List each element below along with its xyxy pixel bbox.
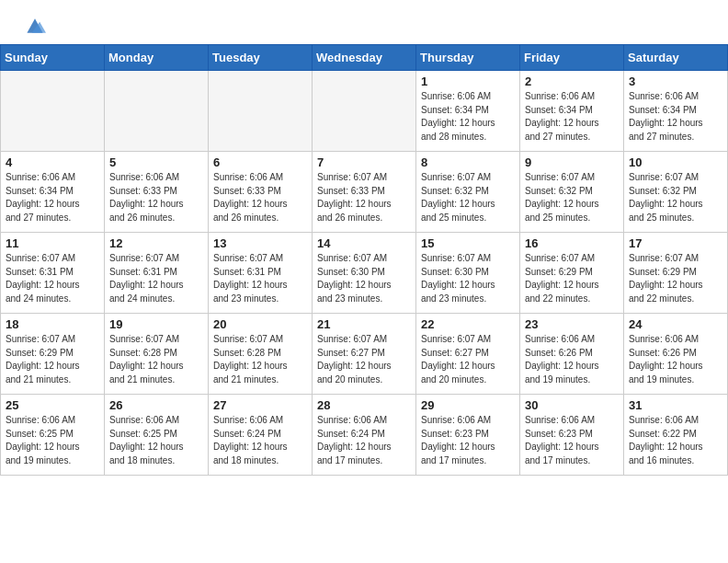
day-number: 14 xyxy=(317,236,411,250)
day-number: 15 xyxy=(421,236,515,250)
day-info: Sunrise: 6:06 AM Sunset: 6:33 PM Dayligh… xyxy=(213,171,307,224)
day-info: Sunrise: 6:06 AM Sunset: 6:34 PM Dayligh… xyxy=(629,90,722,144)
day-number: 26 xyxy=(109,398,203,412)
calendar-cell xyxy=(1,71,105,152)
day-number: 5 xyxy=(109,155,203,169)
calendar-week-2: 11Sunrise: 6:07 AM Sunset: 6:31 PM Dayli… xyxy=(1,233,728,314)
calendar-cell: 11Sunrise: 6:07 AM Sunset: 6:31 PM Dayli… xyxy=(1,233,105,314)
day-info: Sunrise: 6:06 AM Sunset: 6:34 PM Dayligh… xyxy=(525,90,619,144)
calendar-week-3: 18Sunrise: 6:07 AM Sunset: 6:29 PM Dayli… xyxy=(1,314,728,395)
day-number: 6 xyxy=(213,155,307,169)
page-header xyxy=(0,0,728,44)
day-info: Sunrise: 6:07 AM Sunset: 6:28 PM Dayligh… xyxy=(109,333,203,386)
weekday-header-wednesday: Wednesday xyxy=(313,45,416,71)
weekday-header-saturday: Saturday xyxy=(624,45,728,71)
day-number: 22 xyxy=(421,317,515,331)
calendar-cell: 25Sunrise: 6:06 AM Sunset: 6:25 PM Dayli… xyxy=(1,395,105,476)
day-number: 10 xyxy=(629,155,722,169)
calendar-cell: 4Sunrise: 6:06 AM Sunset: 6:34 PM Daylig… xyxy=(1,152,105,233)
weekday-header-tuesday: Tuesday xyxy=(209,45,313,71)
weekday-header-thursday: Thursday xyxy=(416,45,520,71)
day-number: 28 xyxy=(317,398,411,412)
day-info: Sunrise: 6:06 AM Sunset: 6:25 PM Dayligh… xyxy=(109,414,203,467)
calendar-cell: 6Sunrise: 6:06 AM Sunset: 6:33 PM Daylig… xyxy=(209,152,313,233)
day-number: 25 xyxy=(6,398,99,412)
calendar-cell: 1Sunrise: 6:06 AM Sunset: 6:34 PM Daylig… xyxy=(416,71,520,152)
day-info: Sunrise: 6:07 AM Sunset: 6:28 PM Dayligh… xyxy=(213,333,307,386)
day-number: 11 xyxy=(6,236,99,250)
day-number: 23 xyxy=(525,317,619,331)
calendar-cell: 20Sunrise: 6:07 AM Sunset: 6:28 PM Dayli… xyxy=(209,314,313,395)
calendar-cell: 26Sunrise: 6:06 AM Sunset: 6:25 PM Dayli… xyxy=(105,395,209,476)
day-info: Sunrise: 6:07 AM Sunset: 6:27 PM Dayligh… xyxy=(317,333,411,386)
calendar-cell: 12Sunrise: 6:07 AM Sunset: 6:31 PM Dayli… xyxy=(105,233,209,314)
weekday-header-monday: Monday xyxy=(105,45,209,71)
weekday-header-friday: Friday xyxy=(520,45,624,71)
day-info: Sunrise: 6:07 AM Sunset: 6:30 PM Dayligh… xyxy=(317,252,411,305)
day-info: Sunrise: 6:07 AM Sunset: 6:31 PM Dayligh… xyxy=(213,252,307,305)
calendar-cell: 31Sunrise: 6:06 AM Sunset: 6:22 PM Dayli… xyxy=(624,395,728,476)
day-number: 12 xyxy=(109,236,203,250)
calendar-cell: 15Sunrise: 6:07 AM Sunset: 6:30 PM Dayli… xyxy=(416,233,520,314)
calendar-cell xyxy=(313,71,416,152)
day-number: 7 xyxy=(317,155,411,169)
calendar-header: SundayMondayTuesdayWednesdayThursdayFrid… xyxy=(1,45,728,71)
day-info: Sunrise: 6:07 AM Sunset: 6:31 PM Dayligh… xyxy=(109,252,203,305)
logo-icon xyxy=(24,17,46,35)
calendar-cell: 18Sunrise: 6:07 AM Sunset: 6:29 PM Dayli… xyxy=(1,314,105,395)
day-number: 18 xyxy=(6,317,99,331)
calendar-cell: 7Sunrise: 6:07 AM Sunset: 6:33 PM Daylig… xyxy=(313,152,416,233)
calendar-cell: 24Sunrise: 6:06 AM Sunset: 6:26 PM Dayli… xyxy=(624,314,728,395)
day-number: 19 xyxy=(109,317,203,331)
day-info: Sunrise: 6:07 AM Sunset: 6:32 PM Dayligh… xyxy=(421,171,515,224)
calendar-cell: 17Sunrise: 6:07 AM Sunset: 6:29 PM Dayli… xyxy=(624,233,728,314)
calendar-cell: 2Sunrise: 6:06 AM Sunset: 6:34 PM Daylig… xyxy=(520,71,624,152)
weekday-header-sunday: Sunday xyxy=(1,45,105,71)
day-info: Sunrise: 6:07 AM Sunset: 6:29 PM Dayligh… xyxy=(525,252,619,305)
calendar-cell: 9Sunrise: 6:07 AM Sunset: 6:32 PM Daylig… xyxy=(520,152,624,233)
calendar-cell: 10Sunrise: 6:07 AM Sunset: 6:32 PM Dayli… xyxy=(624,152,728,233)
calendar-cell xyxy=(105,71,209,152)
calendar-cell: 30Sunrise: 6:06 AM Sunset: 6:23 PM Dayli… xyxy=(520,395,624,476)
day-info: Sunrise: 6:07 AM Sunset: 6:27 PM Dayligh… xyxy=(421,333,515,386)
day-info: Sunrise: 6:06 AM Sunset: 6:24 PM Dayligh… xyxy=(317,414,411,467)
day-number: 2 xyxy=(525,75,619,88)
day-info: Sunrise: 6:06 AM Sunset: 6:34 PM Dayligh… xyxy=(6,171,99,224)
calendar-cell: 16Sunrise: 6:07 AM Sunset: 6:29 PM Dayli… xyxy=(520,233,624,314)
day-number: 8 xyxy=(421,155,515,169)
calendar-cell: 21Sunrise: 6:07 AM Sunset: 6:27 PM Dayli… xyxy=(313,314,416,395)
day-info: Sunrise: 6:07 AM Sunset: 6:33 PM Dayligh… xyxy=(317,171,411,224)
calendar-week-0: 1Sunrise: 6:06 AM Sunset: 6:34 PM Daylig… xyxy=(1,71,728,152)
calendar-cell: 13Sunrise: 6:07 AM Sunset: 6:31 PM Dayli… xyxy=(209,233,313,314)
day-number: 17 xyxy=(629,236,722,250)
day-number: 27 xyxy=(213,398,307,412)
day-info: Sunrise: 6:07 AM Sunset: 6:32 PM Dayligh… xyxy=(525,171,619,224)
calendar-cell: 19Sunrise: 6:07 AM Sunset: 6:28 PM Dayli… xyxy=(105,314,209,395)
calendar-cell: 27Sunrise: 6:06 AM Sunset: 6:24 PM Dayli… xyxy=(209,395,313,476)
day-number: 16 xyxy=(525,236,619,250)
day-number: 29 xyxy=(421,398,515,412)
day-number: 30 xyxy=(525,398,619,412)
calendar-cell: 22Sunrise: 6:07 AM Sunset: 6:27 PM Dayli… xyxy=(416,314,520,395)
weekday-header-row: SundayMondayTuesdayWednesdayThursdayFrid… xyxy=(1,45,728,71)
day-info: Sunrise: 6:07 AM Sunset: 6:31 PM Dayligh… xyxy=(6,252,99,305)
day-number: 3 xyxy=(629,75,722,88)
day-number: 31 xyxy=(629,398,722,412)
calendar-cell: 3Sunrise: 6:06 AM Sunset: 6:34 PM Daylig… xyxy=(624,71,728,152)
calendar-cell: 28Sunrise: 6:06 AM Sunset: 6:24 PM Dayli… xyxy=(313,395,416,476)
day-info: Sunrise: 6:06 AM Sunset: 6:25 PM Dayligh… xyxy=(6,414,99,467)
day-number: 24 xyxy=(629,317,722,331)
day-info: Sunrise: 6:07 AM Sunset: 6:29 PM Dayligh… xyxy=(629,252,722,305)
day-number: 4 xyxy=(6,155,99,169)
calendar-cell: 8Sunrise: 6:07 AM Sunset: 6:32 PM Daylig… xyxy=(416,152,520,233)
calendar-cell: 29Sunrise: 6:06 AM Sunset: 6:23 PM Dayli… xyxy=(416,395,520,476)
calendar-week-1: 4Sunrise: 6:06 AM Sunset: 6:34 PM Daylig… xyxy=(1,152,728,233)
day-number: 9 xyxy=(525,155,619,169)
calendar-body: 1Sunrise: 6:06 AM Sunset: 6:34 PM Daylig… xyxy=(1,71,728,476)
day-info: Sunrise: 6:06 AM Sunset: 6:23 PM Dayligh… xyxy=(525,414,619,467)
calendar-cell: 23Sunrise: 6:06 AM Sunset: 6:26 PM Dayli… xyxy=(520,314,624,395)
day-info: Sunrise: 6:06 AM Sunset: 6:26 PM Dayligh… xyxy=(629,333,722,386)
day-number: 20 xyxy=(213,317,307,331)
day-number: 21 xyxy=(317,317,411,331)
calendar-cell xyxy=(209,71,313,152)
